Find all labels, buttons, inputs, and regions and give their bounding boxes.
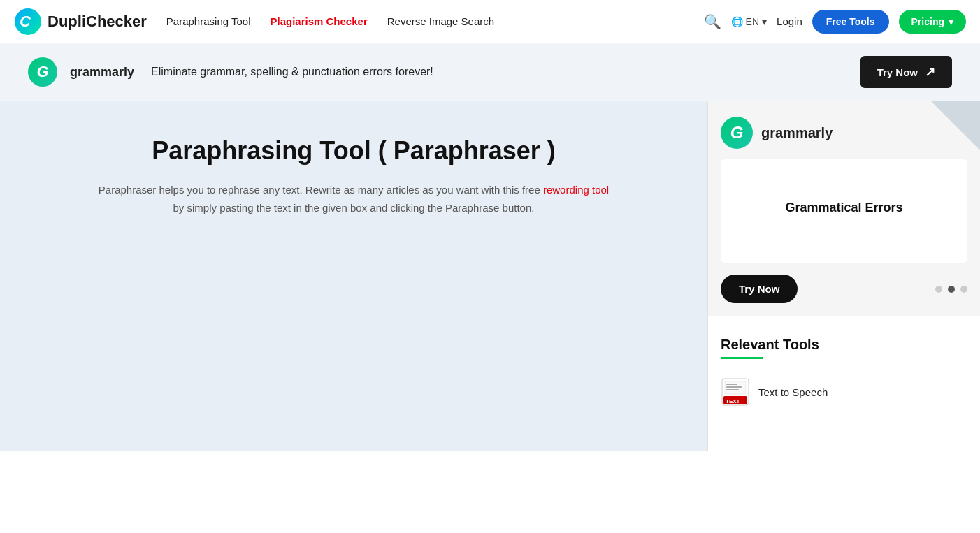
list-item[interactable]: TEXT Text to Speech [721,372,967,412]
duplichecker-logo-icon: C [14,8,42,36]
relevant-underline [721,357,763,359]
relevant-tools-title: Relevant Tools [721,337,967,353]
grammarly-banner-logo: G [28,57,57,87]
banner-try-now-button[interactable]: Try Now ↗ [860,56,952,88]
carousel-dot-2[interactable] [948,286,955,293]
relevant-tools-section: Relevant Tools TEXT Text to Speech [708,321,980,425]
text-to-speech-icon: TEXT [721,377,750,407]
left-panel: Paraphrasing Tool ( Paraphraser ) Paraph… [0,101,707,451]
grammarly-widget: G grammarly Grammatical Errors Try Now [708,101,980,321]
tool-title: Paraphrasing Tool ( Paraphraser ) [42,136,665,166]
carousel-dot-1[interactable] [935,286,942,293]
logo-link[interactable]: C DupliChecker [14,8,147,36]
carousel-dot-3[interactable] [960,286,967,293]
chevron-down-icon: ▾ [762,16,767,27]
banner-brand-name: grammarly [70,65,134,80]
header: C DupliChecker Paraphrasing Tool Plagiar… [0,0,980,43]
carousel-dots [935,286,967,293]
banner-try-label: Try Now [877,66,918,78]
language-selector[interactable]: 🌐 EN ▾ [731,16,767,27]
svg-rect-6 [726,389,739,390]
svg-text:C: C [20,13,31,30]
free-tools-button[interactable]: Free Tools [812,10,889,34]
pricing-label: Pricing [911,16,944,27]
description-part2: by simply pasting the text in the given … [173,202,535,214]
right-sidebar: G grammarly Grammatical Errors Try Now R… [707,101,980,451]
grammarly-banner: G grammarly Eliminate grammar, spelling … [0,43,980,101]
header-right: 🔍 🌐 EN ▾ Login Free Tools Pricing ▾ [704,10,966,34]
main-layout: Paraphrasing Tool ( Paraphraser ) Paraph… [0,101,980,451]
svg-rect-5 [726,386,742,388]
globe-icon: 🌐 [731,16,743,27]
svg-text:TEXT: TEXT [726,398,740,404]
rewording-tool-link[interactable]: rewording tool [543,184,609,196]
arrow-icon: ↗ [925,64,935,80]
chevron-down-icon: ▾ [949,16,953,27]
nav-paraphrasing-tool[interactable]: Paraphrasing Tool [166,15,251,27]
search-button[interactable]: 🔍 [704,13,721,30]
description-part1: Paraphraser helps you to rephrase any te… [99,184,540,196]
widget-try-now-button[interactable]: Try Now [721,275,798,303]
language-label: EN [746,16,759,27]
widget-footer: Try Now [721,275,967,303]
widget-content: Grammatical Errors [721,159,967,263]
login-link[interactable]: Login [777,15,802,27]
tool-description: Paraphraser helps you to rephrase any te… [95,181,612,217]
svg-rect-4 [726,384,737,385]
banner-tagline: Eliminate grammar, spelling & punctuatio… [151,66,433,78]
widget-grammarly-logo: G [721,117,753,149]
nav-plagiarism-checker[interactable]: Plagiarism Checker [270,15,367,27]
logo-text: DupliChecker [48,13,147,31]
nav-reverse-image-search[interactable]: Reverse Image Search [387,15,494,27]
search-icon: 🔍 [704,14,721,29]
text-to-speech-label: Text to Speech [758,386,828,398]
pricing-button[interactable]: Pricing ▾ [899,10,966,34]
nav-links: Paraphrasing Tool Plagiarism Checker Rev… [166,15,697,27]
widget-decoration [917,101,980,164]
widget-error-title: Grammatical Errors [735,200,953,215]
widget-brand-name: grammarly [761,125,833,141]
